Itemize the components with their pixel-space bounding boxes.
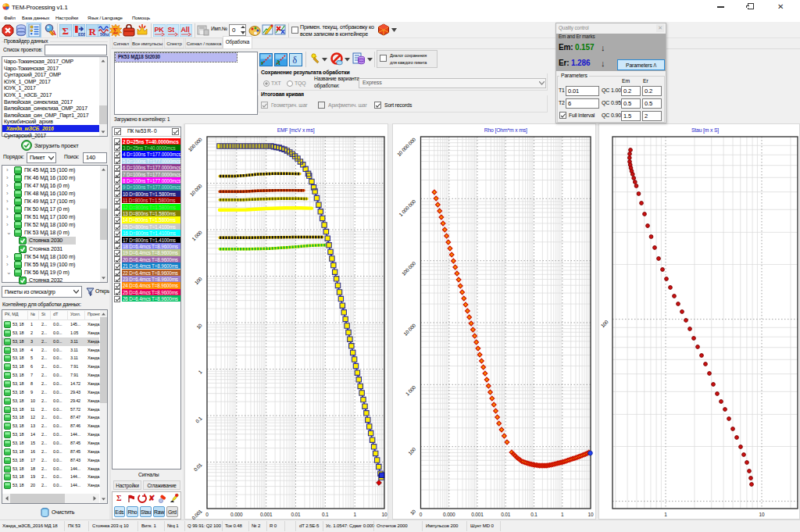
svg-text:r: r (261, 59, 264, 66)
svg-text:100: 100 (194, 276, 204, 286)
svg-text:100 000: 100 000 (187, 136, 203, 152)
svg-text:0.01: 0.01 (291, 512, 301, 517)
svg-text:10: 10 (409, 508, 416, 516)
svg-text:10: 10 (195, 322, 203, 330)
svg-text:1: 1 (561, 512, 564, 517)
svg-text:1: 1 (197, 369, 203, 375)
svg-text:10: 10 (759, 512, 765, 517)
svg-text:Stau [m x S]: Stau [m x S] (691, 127, 719, 134)
svg-text:0.01: 0.01 (501, 512, 511, 517)
svg-text:10: 10 (382, 512, 388, 517)
svg-text:100: 100 (600, 319, 610, 329)
svg-text:10: 10 (588, 512, 594, 517)
svg-text:1: 1 (664, 512, 667, 517)
svg-text:0: 0 (420, 512, 423, 517)
svg-text:EMF [mcV x ms]: EMF [mcV x ms] (277, 127, 315, 134)
svg-text:0.000: 0.000 (443, 512, 455, 517)
svg-text:10 000: 10 000 (189, 183, 204, 198)
svg-text:A: A (276, 59, 280, 66)
svg-text:0.001: 0.001 (260, 512, 273, 517)
svg-text:100 000: 100 000 (401, 260, 417, 277)
svg-text:0.1: 0.1 (530, 512, 538, 517)
svg-text:Σ: Σ (62, 25, 69, 37)
svg-text:0.01: 0.01 (192, 462, 203, 473)
svg-text:50hz: 50hz (100, 32, 109, 37)
svg-text:1 000 000: 1 000 000 (398, 198, 417, 218)
svg-text:0: 0 (205, 512, 209, 517)
svg-text:PK: PK (155, 26, 165, 34)
svg-text:St: St (168, 26, 175, 34)
svg-text:10 000: 10 000 (402, 322, 417, 337)
svg-text:100: 100 (407, 446, 417, 456)
svg-text:All: All (181, 26, 190, 34)
svg-text:1 000: 1 000 (404, 384, 416, 397)
svg-text:0.1: 0.1 (322, 512, 329, 517)
svg-text:R: R (89, 26, 97, 37)
svg-text:0.1: 0.1 (195, 415, 203, 423)
svg-text:10 000 000: 10 000 000 (396, 136, 417, 157)
svg-text:Σ: Σ (113, 27, 119, 35)
svg-text:EDS: EDS (78, 32, 85, 37)
svg-text:Rho [Ohm*m x ms]: Rho [Ohm*m x ms] (484, 127, 527, 134)
svg-text:δ: δ (293, 55, 298, 66)
svg-text:A: A (52, 29, 57, 36)
svg-text:0.001: 0.001 (191, 508, 203, 520)
svg-text:1: 1 (353, 512, 356, 517)
svg-text:1 000: 1 000 (191, 229, 203, 241)
svg-text:0.000: 0.000 (230, 512, 243, 517)
svg-text:0.001: 0.001 (471, 512, 484, 517)
